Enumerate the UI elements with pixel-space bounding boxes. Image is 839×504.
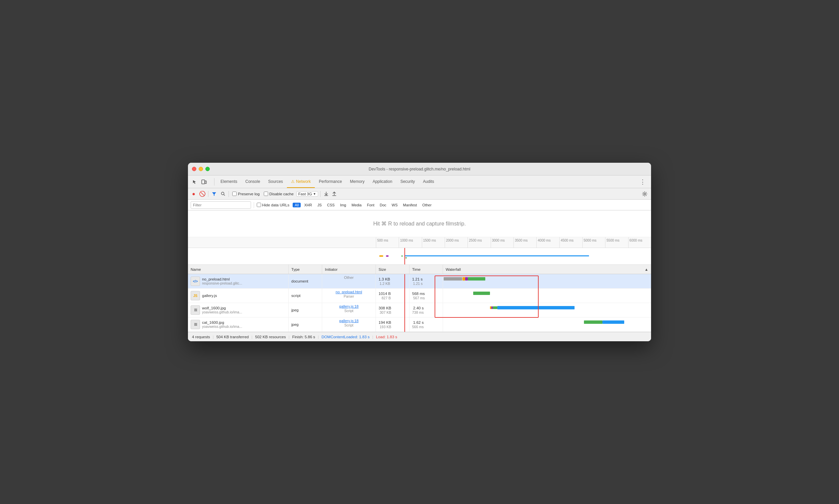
tab-network[interactable]: ⚠ Network (287, 176, 315, 188)
col-name: Name (188, 265, 289, 274)
tick-3500: 3500 ms (514, 237, 536, 248)
type-cell-0: document (289, 274, 322, 288)
col-initiator: Initiator (322, 265, 376, 274)
close-button[interactable] (192, 167, 196, 171)
filter-type-other[interactable]: Other (420, 203, 433, 208)
filter-bar: Hide data URLs All XHR JS CSS Img Media … (188, 200, 651, 210)
preserve-log-checkbox[interactable]: Preserve log (231, 192, 261, 196)
status-bar: 4 requests | 504 KB transferred | 502 KB… (188, 332, 651, 341)
tick-2500: 2500 ms (467, 237, 490, 248)
toolbar-divider-3 (320, 191, 321, 197)
cursor-icon[interactable] (191, 178, 199, 186)
tab-application[interactable]: Application (369, 176, 396, 188)
table-row[interactable]: 🖼 wolf_1600.jpg yoavweiss.github.io/ima.… (188, 303, 651, 318)
filter-type-css[interactable]: CSS (325, 203, 337, 208)
initiator-link-2[interactable]: gallery.js:18 (339, 304, 359, 308)
load-time: Load: 1.83 s (376, 335, 397, 339)
filter-type-ws[interactable]: WS (390, 203, 400, 208)
tab-performance[interactable]: Performance (315, 176, 346, 188)
tick-4000: 4000 ms (536, 237, 559, 248)
table-body: </> no_preload.html responsive-preload.g… (188, 274, 651, 332)
export-button[interactable] (331, 190, 338, 198)
throttle-selector[interactable]: Fast 3G ▼ (296, 191, 318, 197)
initiator-link-1[interactable]: no_preload.html (336, 290, 362, 294)
toolbar-divider-1 (208, 191, 209, 197)
hide-data-urls-checkbox[interactable]: Hide data URLs (257, 203, 289, 207)
devtools-window: DevTools - responsive-preload.glitch.me/… (188, 163, 651, 341)
name-cell-0: </> no_preload.html responsive-preload.g… (188, 274, 289, 288)
network-toolbar: ● 🚫 Preserve log Disable cache Fast 3G ▼ (188, 188, 651, 200)
traffic-lights (192, 167, 210, 171)
size-cell-1: 1014 B 827 B (376, 289, 409, 303)
type-cell-3: jpeg (289, 318, 322, 331)
size-cell-2: 308 KB 307 KB (376, 303, 409, 317)
titlebar: DevTools - responsive-preload.glitch.me/… (188, 163, 651, 176)
filter-type-manifest[interactable]: Manifest (401, 203, 419, 208)
tick-1500: 1500 ms (422, 237, 445, 248)
table-row[interactable]: 🖼 cat_1600.jpg yoavweiss.github.io/ima..… (188, 318, 651, 332)
tick-3000: 3000 ms (490, 237, 514, 248)
size-cell-3: 194 KB 193 KB (376, 318, 409, 331)
type-cell-1: script (289, 289, 322, 303)
svg-point-2 (221, 192, 224, 195)
timeline-bars (188, 248, 651, 265)
filter-type-all[interactable]: All (293, 203, 301, 208)
filmstrip-hint: Hit ⌘ R to reload and capture filmstrip. (373, 220, 466, 227)
toolbar-divider-2 (229, 191, 229, 197)
waterfall-cell-1 (443, 289, 651, 303)
table-row[interactable]: JS gallery.js script no_preload.html Par… (188, 289, 651, 303)
import-export-buttons (322, 190, 338, 198)
search-icon[interactable] (219, 190, 227, 198)
file-icon-wolf: 🖼 (191, 305, 200, 315)
filter-type-xhr[interactable]: XHR (302, 203, 314, 208)
finish-time: Finish: 5.86 s (292, 335, 315, 339)
filter-type-js[interactable]: JS (316, 203, 324, 208)
filter-types: All XHR JS CSS Img Media Font Doc WS Man… (293, 203, 433, 208)
disable-cache-checkbox[interactable]: Disable cache (263, 192, 295, 196)
devtools-panel: Elements Console Sources ⚠ Network Perfo… (188, 176, 651, 341)
requests-count: 4 requests (192, 335, 210, 339)
filmstrip-area: Hit ⌘ R to reload and capture filmstrip. (188, 210, 651, 237)
warning-icon: ⚠ (291, 179, 294, 184)
tick-5000: 5000 ms (582, 237, 605, 248)
device-icon[interactable] (200, 178, 208, 186)
filter-type-font[interactable]: Font (365, 203, 376, 208)
tab-audits[interactable]: Audits (419, 176, 438, 188)
tick-2000: 2000 ms (445, 237, 467, 248)
record-button[interactable]: ● (190, 190, 197, 198)
import-button[interactable] (322, 190, 330, 198)
window-title: DevTools - responsive-preload.glitch.me/… (369, 167, 470, 172)
filename-3: cat_1600.jpg (202, 321, 242, 324)
initiator-link-3[interactable]: gallery.js:18 (339, 319, 359, 323)
tab-elements[interactable]: Elements (216, 176, 241, 188)
svg-line-3 (224, 195, 225, 196)
initiator-cell-2: gallery.js:18 Script (322, 303, 376, 317)
tick-5500: 5500 ms (605, 237, 628, 248)
filter-type-media[interactable]: Media (350, 203, 363, 208)
size-cell-0: 1.3 KB 1.2 KB (376, 274, 409, 288)
name-cell-1: JS gallery.js (188, 289, 289, 303)
type-cell-2: jpeg (289, 303, 322, 317)
waterfall-cell-0 (443, 274, 651, 288)
tabs-bar: Elements Console Sources ⚠ Network Perfo… (188, 176, 651, 188)
filter-type-doc[interactable]: Doc (378, 203, 388, 208)
filter-input[interactable] (191, 201, 251, 209)
maximize-button[interactable] (206, 167, 210, 171)
filter-icon[interactable] (210, 190, 218, 198)
tab-console[interactable]: Console (241, 176, 264, 188)
clear-button[interactable]: 🚫 (199, 190, 206, 198)
col-size: Size (376, 265, 409, 274)
table-row[interactable]: </> no_preload.html responsive-preload.g… (188, 274, 651, 289)
tab-security[interactable]: Security (396, 176, 419, 188)
tab-icons (191, 178, 208, 186)
more-tabs-button[interactable]: ⋮ (637, 178, 648, 185)
time-cell-2: 2.40 s 738 ms (409, 303, 443, 317)
dom-content-loaded-time: DOMContentLoaded: 1.83 s (322, 335, 370, 339)
minimize-button[interactable] (199, 167, 203, 171)
col-time: Time (409, 265, 443, 274)
filter-type-img[interactable]: Img (338, 203, 348, 208)
tab-memory[interactable]: Memory (346, 176, 369, 188)
tab-sources[interactable]: Sources (264, 176, 287, 188)
settings-button[interactable] (640, 190, 649, 198)
fileurl-3: yoavweiss.github.io/ima... (202, 324, 242, 328)
